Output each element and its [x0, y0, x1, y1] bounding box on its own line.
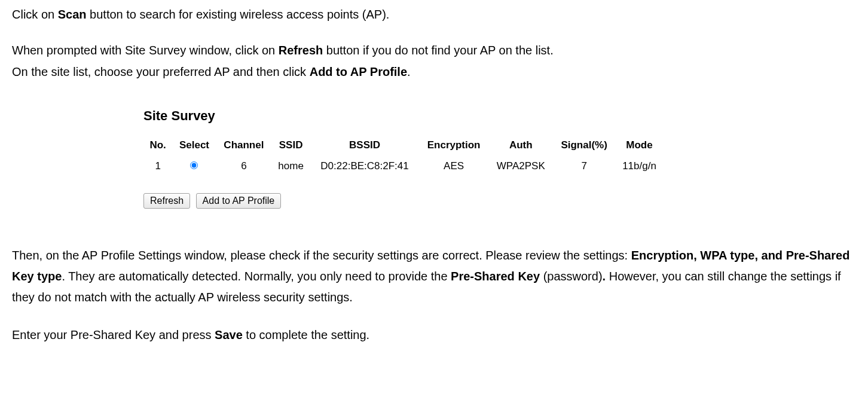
table-header-row: No. Select Channel SSID BSSID Encryption… [143, 135, 664, 155]
text: . They are automatically detected. Norma… [62, 270, 451, 283]
text: Click on [12, 8, 58, 21]
cell-no: 1 [143, 155, 172, 176]
header-mode: Mode [615, 135, 664, 155]
refresh-bold: Refresh [279, 44, 323, 57]
text: Then, on the AP Profile Settings window,… [12, 249, 631, 262]
cell-encryption: AES [419, 155, 489, 176]
text: button if you do not find your AP on the… [323, 44, 553, 57]
header-channel: Channel [216, 135, 271, 155]
header-ssid: SSID [271, 135, 310, 155]
save-bold: Save [215, 328, 243, 341]
add-to-ap-profile-bold: Add to AP Profile [310, 65, 407, 78]
header-bssid: BSSID [310, 135, 419, 155]
header-auth: Auth [488, 135, 553, 155]
scan-bold: Scan [58, 8, 87, 21]
text: On the site list, choose your preferred … [12, 65, 310, 78]
site-survey-panel: Site Survey No. Select Channel SSID BSSI… [143, 105, 664, 209]
header-select: Select [172, 135, 216, 155]
cell-signal: 7 [553, 155, 615, 176]
text: to complete the setting. [243, 328, 369, 341]
table-row: 1 6 home D0:22:BE:C8:2F:41 AES WPA2PSK 7… [143, 155, 664, 176]
cell-auth: WPA2PSK [488, 155, 553, 176]
header-encryption: Encryption [419, 135, 489, 155]
cell-bssid: D0:22:BE:C8:2F:41 [310, 155, 419, 176]
instruction-line-4: Then, on the AP Profile Settings window,… [12, 245, 856, 308]
cell-ssid: home [271, 155, 310, 176]
select-radio[interactable] [190, 161, 198, 169]
header-no: No. [143, 135, 172, 155]
text: (password) [540, 270, 602, 283]
button-row: Refresh Add to AP Profile [143, 190, 664, 209]
site-survey-table: No. Select Channel SSID BSSID Encryption… [143, 135, 664, 176]
instruction-line-1: Click on Scan button to search for exist… [12, 5, 856, 24]
text: Enter your Pre-Shared Key and press [12, 328, 215, 341]
refresh-button[interactable]: Refresh [143, 193, 190, 209]
add-to-ap-profile-button[interactable]: Add to AP Profile [196, 193, 282, 209]
site-survey-title: Site Survey [143, 105, 664, 126]
cell-select [172, 155, 216, 176]
text: . [407, 65, 411, 78]
instruction-line-5: Enter your Pre-Shared Key and press Save… [12, 325, 856, 346]
psk-bold: Pre-Shared Key [451, 270, 540, 283]
instruction-line-3: On the site list, choose your preferred … [12, 62, 856, 81]
text: When prompted with Site Survey window, c… [12, 44, 279, 57]
text: button to search for existing wireless a… [87, 8, 390, 21]
instruction-line-2: When prompted with Site Survey window, c… [12, 41, 856, 60]
cell-mode: 11b/g/n [615, 155, 664, 176]
header-signal: Signal(%) [553, 135, 615, 155]
cell-channel: 6 [216, 155, 271, 176]
